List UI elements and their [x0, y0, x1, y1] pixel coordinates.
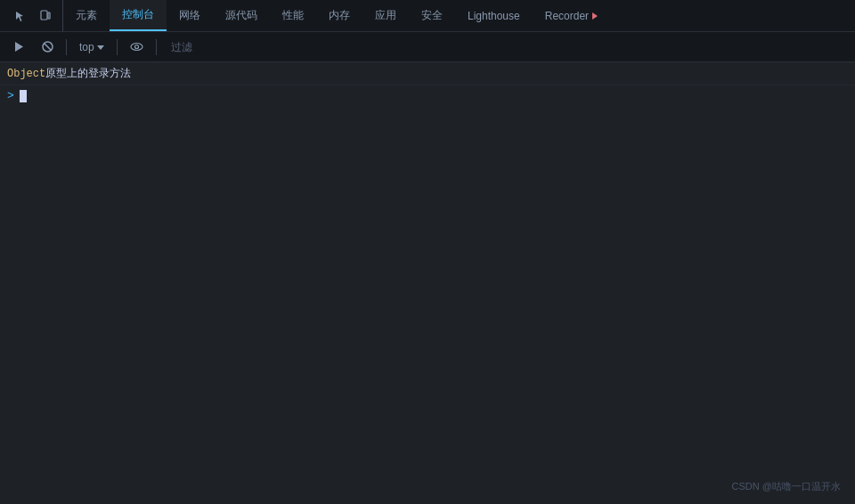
console-code-text: Object: [7, 68, 45, 80]
console-message-text: Object原型上的登录方法: [7, 66, 848, 81]
toolbar-divider-2: [117, 39, 118, 55]
svg-rect-1: [41, 11, 47, 20]
recorder-triangle-icon: [592, 12, 598, 20]
run-button[interactable]: [7, 39, 29, 54]
svg-marker-3: [15, 42, 23, 52]
context-dropdown[interactable]: top: [74, 39, 110, 55]
console-message: Object原型上的登录方法: [0, 62, 855, 85]
eye-button[interactable]: [125, 40, 149, 53]
console-cursor: [20, 90, 27, 102]
console-area: Object原型上的登录方法 > CSDN @咕噜一口温开水: [0, 62, 855, 504]
svg-point-7: [131, 44, 142, 51]
console-prompt: >: [7, 89, 14, 102]
device-icon-button[interactable]: [36, 8, 55, 24]
filter-input[interactable]: [164, 39, 848, 55]
svg-marker-6: [97, 45, 104, 50]
tab-bar: 元素 控制台 网络 源代码 性能 内存 应用 安全 Lighthouse Rec…: [0, 0, 855, 32]
toolbar: top: [0, 32, 855, 62]
svg-line-5: [45, 44, 51, 50]
svg-rect-2: [48, 12, 50, 19]
cursor-icon-button[interactable]: [11, 8, 30, 24]
watermark: CSDN @咕噜一口温开水: [732, 480, 841, 493]
tab-security[interactable]: 安全: [409, 0, 455, 31]
tab-console[interactable]: 控制台: [110, 0, 167, 31]
tab-memory[interactable]: 内存: [316, 0, 362, 31]
console-input-line[interactable]: >: [0, 85, 855, 106]
tab-network[interactable]: 网络: [167, 0, 213, 31]
toolbar-divider-1: [66, 39, 67, 55]
tab-recorder[interactable]: Recorder: [533, 0, 610, 31]
tab-elements[interactable]: 元素: [63, 0, 110, 31]
svg-point-8: [134, 45, 138, 49]
tab-sources[interactable]: 源代码: [213, 0, 270, 31]
tab-performance[interactable]: 性能: [270, 0, 316, 31]
tab-lighthouse[interactable]: Lighthouse: [455, 0, 533, 31]
svg-marker-0: [16, 12, 23, 21]
stop-button[interactable]: [37, 39, 59, 54]
toolbar-divider-3: [156, 39, 157, 55]
tab-icons: [4, 0, 63, 31]
tab-application[interactable]: 应用: [362, 0, 409, 31]
